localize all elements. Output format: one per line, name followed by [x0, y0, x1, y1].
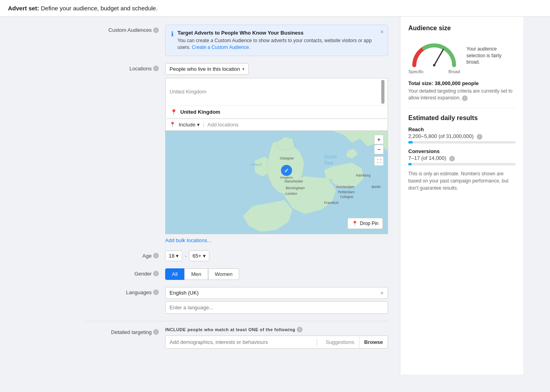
custom-audiences-info-box: ℹ Target Adverts to People Who Know Your…	[165, 25, 388, 56]
location-selected-item: 📍 United Kingdom	[166, 105, 388, 118]
info-box-icon: ℹ	[171, 30, 174, 51]
detailed-targeting-content: INCLUDE people who match at least ONE of…	[165, 327, 388, 349]
right-panel: Audience size Specific Broad	[400, 17, 523, 375]
age-max-arrow-icon: ▾	[203, 253, 206, 259]
age-max-value: 65+	[193, 253, 201, 259]
expansion-info-icon[interactable]: i	[462, 95, 468, 101]
svg-text:Rotterdam: Rotterdam	[338, 190, 355, 194]
svg-text:Hamburg: Hamburg	[356, 173, 371, 177]
conversions-bar-track	[408, 163, 515, 165]
gauge-svg	[408, 37, 460, 67]
reach-value: 2,200–5,800 (of 31,000,000) i	[408, 133, 515, 140]
audience-description: Your audience selection is fairly broad.	[466, 46, 515, 66]
svg-text:Cologne: Cologne	[340, 195, 353, 199]
svg-text:London: London	[285, 192, 297, 196]
svg-text:Ireland: Ireland	[251, 162, 261, 166]
info-box-body: Target Adverts to People Who Know Your B…	[177, 30, 382, 51]
gender-all-button[interactable]: All	[165, 268, 184, 280]
scroll-bar[interactable]	[381, 80, 384, 104]
drop-pin-icon: 📍	[352, 221, 358, 226]
age-max-dropdown[interactable]: 65+ ▾	[189, 250, 209, 261]
location-type-dropdown[interactable]: People who live in this location ▾	[165, 63, 249, 75]
include-criteria-info-icon[interactable]: i	[297, 327, 302, 332]
location-search-container: 📍 United Kingdom	[165, 78, 388, 119]
location-selected-name: United Kingdom	[180, 109, 220, 115]
svg-point-22	[433, 64, 435, 66]
location-search-input[interactable]	[166, 85, 381, 98]
gauge-labels: Specific Broad	[408, 69, 460, 74]
detailed-targeting-row: Detailed targeting i INCLUDE people who …	[86, 327, 388, 349]
include-criteria-label: INCLUDE people who match at least ONE of…	[165, 327, 388, 332]
gender-content: All Men Women	[165, 268, 388, 280]
age-content: 18 ▾ - 65+ ▾	[165, 250, 388, 261]
conversions-value: 7–17 (of 14,000) i	[408, 155, 515, 161]
languages-info-icon[interactable]: i	[153, 289, 159, 295]
locations-label: Locations i	[86, 63, 165, 72]
zoom-out-button[interactable]: −	[374, 145, 384, 154]
conversions-info-icon[interactable]: i	[449, 156, 455, 161]
gauge-container: Specific Broad Your audience selection i…	[408, 37, 515, 74]
gender-men-button[interactable]: Men	[184, 268, 208, 280]
estimate-note: This is only an estimate. Numbers shown …	[408, 170, 515, 192]
include-separator: |	[203, 122, 204, 128]
languages-content: English (UK) ×	[165, 287, 388, 314]
age-min-value: 18	[169, 253, 174, 259]
include-arrow-icon: ▾	[197, 122, 200, 128]
drop-pin-button[interactable]: 📍 Drop Pin	[347, 218, 383, 229]
add-locations-placeholder: Add locations	[207, 122, 238, 128]
age-row: Age i 18 ▾ - 65+ ▾	[86, 250, 388, 261]
location-type-label: People who live in this location	[170, 66, 240, 72]
total-size: Total size: 38,000,000 people	[408, 80, 515, 86]
svg-text:Sea: Sea	[324, 159, 334, 165]
svg-text:North: North	[324, 153, 337, 159]
svg-text:Frankfurt: Frankfurt	[324, 201, 339, 205]
include-dropdown[interactable]: Include ▾	[179, 122, 200, 128]
info-box-close-button[interactable]: ×	[380, 28, 384, 35]
page-header: Advert set: Define your audience, budget…	[0, 0, 550, 17]
custom-audiences-info-icon[interactable]: i	[153, 27, 159, 33]
targeting-suggestions-button[interactable]: Suggestions	[321, 336, 359, 348]
language-input[interactable]	[165, 301, 388, 314]
create-audience-link[interactable]: Create a Custom Audience.	[192, 45, 250, 50]
left-sidebar	[0, 17, 74, 375]
targeting-separator: |	[313, 336, 321, 348]
drop-pin-label: Drop Pin	[360, 221, 378, 226]
fullscreen-button[interactable]: ⛶	[374, 156, 384, 166]
reach-bar-fill	[408, 141, 413, 144]
content-area: Custom Audiences i ℹ Target Adverts to P…	[74, 17, 400, 375]
svg-text:✓: ✓	[284, 167, 289, 173]
reach-info-icon[interactable]: i	[477, 134, 482, 140]
gender-info-icon[interactable]: i	[153, 271, 159, 276]
expansion-note: Your detailed targeting criteria are cur…	[408, 88, 515, 101]
add-bulk-locations-link[interactable]: Add bulk locations...	[165, 237, 388, 243]
detailed-targeting-info-icon[interactable]: i	[153, 329, 159, 335]
age-min-dropdown[interactable]: 18 ▾	[165, 250, 182, 261]
audience-size-title: Audience size	[408, 25, 515, 32]
locations-info-icon[interactable]: i	[153, 66, 159, 71]
reach-bar-track	[408, 141, 515, 144]
gender-women-button[interactable]: Women	[208, 268, 240, 280]
gauge-specific-label: Specific	[408, 69, 424, 74]
conversions-bar-fill	[408, 163, 412, 165]
location-dropdown-arrow-icon: ▾	[242, 67, 244, 71]
svg-text:Birmingham: Birmingham	[286, 186, 305, 190]
svg-text:Berlin: Berlin	[372, 185, 381, 189]
svg-line-21	[434, 49, 443, 65]
language-clear-button[interactable]: ×	[380, 290, 384, 296]
custom-audiences-row: Custom Audiences i ℹ Target Adverts to P…	[86, 25, 388, 56]
age-min-arrow-icon: ▾	[176, 253, 179, 259]
detailed-targeting-label: Detailed targeting i	[86, 327, 165, 335]
advert-set-label: Advert set:	[8, 5, 39, 12]
language-selected-container: English (UK) ×	[165, 287, 388, 299]
gender-button-group: All Men Women	[165, 268, 388, 280]
targeting-search-row: | Suggestions Browse	[165, 336, 388, 349]
language-current-value: English (UK)	[170, 290, 199, 296]
age-info-icon[interactable]: i	[153, 253, 159, 258]
targeting-browse-button[interactable]: Browse	[359, 336, 388, 348]
targeting-search-input[interactable]	[166, 336, 313, 348]
section-divider	[86, 321, 388, 321]
svg-text:Amsterdam: Amsterdam	[336, 185, 354, 189]
estimated-results-title: Estimated daily results	[408, 114, 515, 122]
map-container: ✓ Glasgow Manchester Birmingham London A…	[165, 131, 388, 234]
zoom-in-button[interactable]: +	[374, 135, 384, 144]
